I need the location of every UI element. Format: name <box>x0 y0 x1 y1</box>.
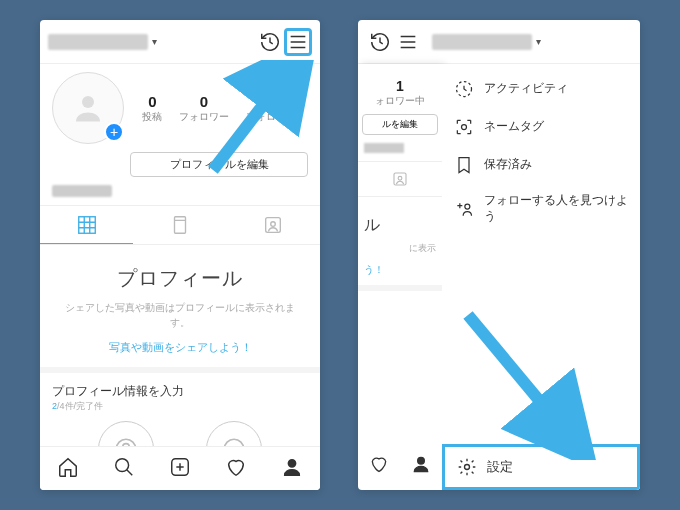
menu-item-label: ネームタグ <box>484 119 544 135</box>
empty-state: プロフィール シェアした写真や動画はプロフィールに表示されます。 写真や動画をシ… <box>40 245 320 367</box>
gear-icon <box>457 457 477 477</box>
stat-followers[interactable]: 0 フォロワー <box>179 93 229 124</box>
nav-activity-icon[interactable] <box>225 456 247 482</box>
display-name <box>52 185 112 197</box>
stat-following[interactable]: 0 フォロー中 <box>246 93 296 124</box>
bottom-nav <box>358 446 442 486</box>
menu-item-label: フォローする人を見つけよう <box>484 193 628 224</box>
nav-profile-icon[interactable] <box>411 454 431 478</box>
bottom-nav <box>40 446 320 490</box>
hamburger-menu-icon[interactable] <box>394 28 422 56</box>
activity-history-icon[interactable] <box>256 28 284 56</box>
stat-posts[interactable]: 0 投稿 <box>142 93 162 124</box>
nametag-icon <box>454 117 474 137</box>
svg-rect-11 <box>266 218 281 233</box>
menu-item-nametag[interactable]: ネームタグ <box>442 108 640 146</box>
tab-grid[interactable] <box>40 206 133 244</box>
edit-profile-button[interactable]: ルを編集 <box>362 114 438 135</box>
peek-stat-label: ォロワー中 <box>358 94 442 108</box>
bookmark-icon <box>454 155 474 175</box>
info-section-progress: 2/4件/完了件 <box>52 400 308 413</box>
nav-new-post-icon[interactable] <box>169 456 191 482</box>
tab-tagged[interactable] <box>358 161 442 197</box>
hamburger-menu-icon[interactable] <box>284 28 312 56</box>
topbar: ▾ <box>40 20 320 64</box>
menu-item-discover[interactable]: フォローする人を見つけよう <box>442 184 640 233</box>
person-icon <box>70 90 106 126</box>
svg-rect-4 <box>78 216 95 233</box>
peek-stat-number: 1 <box>358 78 442 94</box>
empty-cta-link[interactable]: う！ <box>364 263 436 277</box>
svg-point-16 <box>116 458 129 471</box>
empty-title: プロフィール <box>56 265 304 292</box>
profile-tabs <box>40 205 320 245</box>
profile-peek: 1 ォロワー中 ルを編集 ル に表示 う！ <box>358 64 442 490</box>
empty-cta-link[interactable]: 写真や動画をシェアしよう！ <box>56 340 304 355</box>
svg-point-33 <box>465 465 470 470</box>
nav-profile-icon[interactable] <box>281 456 303 482</box>
tab-feed[interactable] <box>133 206 226 244</box>
phone-screen-profile: ▾ + 0 投稿 0 フォロワー 0 フォロー中 <box>40 20 320 490</box>
display-name <box>364 143 404 153</box>
svg-point-27 <box>418 457 425 464</box>
svg-point-32 <box>465 204 470 209</box>
svg-rect-9 <box>174 217 185 234</box>
username-dropdown[interactable] <box>48 34 148 50</box>
svg-line-17 <box>127 469 133 475</box>
menu-item-label: 保存済み <box>484 157 532 173</box>
menu-item-saved[interactable]: 保存済み <box>442 146 640 184</box>
svg-point-29 <box>462 125 467 130</box>
svg-point-26 <box>398 176 402 180</box>
profile-header: + 0 投稿 0 フォロワー 0 フォロー中 <box>40 64 320 148</box>
svg-point-21 <box>288 459 295 466</box>
add-story-badge[interactable]: + <box>104 122 124 142</box>
menu-item-label: 設定 <box>487 458 513 476</box>
svg-rect-25 <box>394 173 406 185</box>
empty-title: ル <box>364 215 442 236</box>
empty-subtitle: シェアした写真や動画はプロフィールに表示されます。 <box>56 300 304 330</box>
phone-screen-menu: ▾ 1 ォロワー中 ルを編集 ル に表示 う！ アクティビティ <box>358 20 640 490</box>
chevron-down-icon: ▾ <box>536 36 541 47</box>
edit-profile-button[interactable]: プロフィールを編集 <box>130 152 308 177</box>
nav-home-icon[interactable] <box>57 456 79 482</box>
menu-item-activity[interactable]: アクティビティ <box>442 70 640 108</box>
info-section-title: プロフィール情報を入力 <box>52 383 308 400</box>
activity-history-icon[interactable] <box>366 28 394 56</box>
menu-item-label: アクティビティ <box>484 81 568 97</box>
side-menu: アクティビティ ネームタグ 保存済み フォローする人を見つけよう 設定 <box>442 64 640 490</box>
avatar[interactable]: + <box>52 72 124 144</box>
tab-tagged[interactable] <box>227 206 320 244</box>
activity-icon <box>454 79 474 99</box>
empty-subtitle: に表示 <box>364 242 436 255</box>
nav-activity-icon[interactable] <box>369 454 389 478</box>
topbar: ▾ <box>358 20 640 64</box>
nav-search-icon[interactable] <box>113 456 135 482</box>
svg-point-3 <box>82 96 94 108</box>
add-person-icon <box>454 199 474 219</box>
profile-stats: 0 投稿 0 フォロワー 0 フォロー中 <box>130 93 308 124</box>
menu-item-settings[interactable]: 設定 <box>442 444 640 490</box>
chevron-down-icon: ▾ <box>152 36 157 47</box>
username-dropdown[interactable] <box>432 34 532 50</box>
svg-point-12 <box>271 222 276 227</box>
